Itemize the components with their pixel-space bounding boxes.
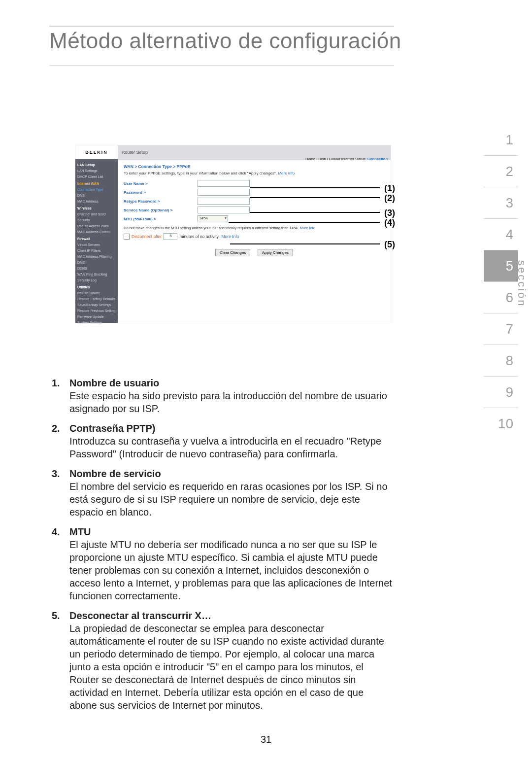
section-nav-item[interactable]: 8 [484, 345, 518, 377]
more-info-link[interactable]: More Info [278, 171, 295, 175]
router-content: WAN > Connection Type > PPPoE To enter y… [118, 160, 391, 323]
mtu-select[interactable]: 1454 [198, 215, 228, 222]
sidebar-item[interactable]: Connection Type [77, 187, 116, 193]
field-label: Service Name (Optional) > [124, 208, 198, 212]
more-info-link[interactable]: More Info [299, 226, 315, 230]
text-input[interactable] [198, 207, 250, 213]
disconnect-label: Disconnect after [132, 234, 162, 239]
sidebar-item[interactable]: Restore Factory Defaults [77, 296, 116, 302]
list-item: 3.Nombre de servicioEl nombre del servic… [52, 467, 394, 518]
intro-text: To enter your PPPoE settings, type in yo… [124, 171, 385, 175]
breadcrumb: WAN > Connection Type > PPPoE [124, 164, 385, 169]
sidebar-item[interactable]: MAC Address Filtering [77, 254, 116, 260]
section-nav-item[interactable]: 6 [484, 282, 518, 313]
list-item-text: Nombre de servicioEl nombre del servicio… [69, 467, 394, 518]
section-strip: 12345678910 [484, 124, 518, 440]
list-item: 5.Desconectar al transcurrir X…La propie… [52, 609, 394, 712]
section-nav-item[interactable]: 10 [484, 408, 518, 440]
page-title: Método alternativo de configuración [49, 29, 401, 53]
list-item-heading: Nombre de servicio [69, 467, 394, 480]
sidebar-item[interactable]: Virtual Servers [77, 242, 116, 248]
list-item-number: 4. [52, 525, 69, 602]
disconnect-checkbox[interactable] [124, 234, 130, 240]
section-label: sección [518, 260, 532, 349]
list-item-number: 1. [52, 377, 69, 415]
list-item-text: MTUEl ajuste MTU no debería ser modifica… [69, 525, 394, 602]
text-input[interactable] [198, 189, 250, 196]
page-number: 31 [0, 734, 532, 745]
sidebar-category[interactable]: Utilities [77, 284, 116, 290]
sidebar-item[interactable]: DHCP Client List [77, 174, 116, 180]
sidebar-category[interactable]: Internet WAN [77, 181, 116, 187]
sidebar-item[interactable]: Security [77, 217, 116, 223]
list-item-text: Desconectar al transcurrir X…La propieda… [69, 609, 394, 712]
sidebar-category[interactable]: Wireless [77, 206, 116, 211]
list-item-heading: Desconectar al transcurrir X… [69, 609, 394, 622]
list-item-heading: Contraseña PPTP) [69, 422, 394, 435]
mtu-note: Do not make changes to the MTU setting u… [124, 226, 326, 230]
hr-under-title [49, 65, 394, 66]
clear-changes-button[interactable]: Clear Changes [215, 249, 250, 256]
router-field-row: Service Name (Optional) > [124, 206, 385, 214]
section-nav-item[interactable]: 3 [484, 187, 518, 219]
sidebar-item[interactable]: Firmware Update [77, 314, 116, 320]
field-label: Password > [124, 190, 198, 195]
list-item-heading: MTU [69, 525, 394, 538]
section-nav-item[interactable]: 4 [484, 219, 518, 250]
router-buttons: Clear Changes Apply Changes [124, 249, 385, 256]
section-nav-item[interactable]: 2 [484, 156, 518, 187]
list-item-text: Nombre de usuario Este espacio ha sido p… [69, 377, 394, 415]
list-item: 1.Nombre de usuario Este espacio ha sido… [52, 377, 394, 415]
list-item-text: Contraseña PPTP)Introduzca su contraseña… [69, 422, 394, 460]
section-nav-item[interactable]: 1 [484, 124, 518, 156]
section-nav-item[interactable]: 5 [484, 250, 518, 282]
sidebar-item[interactable]: WAN Ping Blocking [77, 272, 116, 277]
sidebar-category[interactable]: LAN Setup [77, 162, 116, 168]
sidebar-item[interactable]: DMZ [77, 260, 116, 266]
body-text: 1.Nombre de usuario Este espacio ha sido… [52, 377, 394, 719]
list-item-number: 2. [52, 422, 69, 460]
router-field-row: Password > [124, 188, 385, 196]
router-screenshot: BELKIN Router Setup Home | Help | Logout… [75, 145, 391, 323]
sidebar-item[interactable]: Save/Backup Settings [77, 302, 116, 308]
router-field-row: Retype Password > [124, 197, 385, 205]
field-label: User Name > [124, 181, 198, 186]
disconnect-minutes-field[interactable]: 5 [164, 233, 177, 240]
sidebar-item[interactable]: DDNS [77, 266, 116, 272]
sidebar-item[interactable]: MAC Address Control [77, 229, 116, 235]
text-input[interactable] [198, 198, 250, 205]
router-field-row: MTU (550-1500) >1454 [124, 215, 385, 223]
sidebar-item[interactable]: DNS [77, 193, 116, 199]
list-item-heading: Nombre de usuario [69, 377, 394, 389]
sidebar-category[interactable]: Firewall [77, 236, 116, 242]
sidebar-item[interactable]: Use as Access Point [77, 223, 116, 229]
disconnect-tail: minutes of no activity. [179, 234, 219, 239]
disconnect-row: Disconnect after 5 minutes of no activit… [124, 233, 385, 240]
field-label: Retype Password > [124, 199, 198, 204]
apply-changes-button[interactable]: Apply Changes [258, 249, 293, 256]
list-item: 2.Contraseña PPTP)Introduzca su contrase… [52, 422, 394, 460]
sidebar-item[interactable]: Client IP Filters [77, 248, 116, 254]
router-sidebar: LAN SetupLAN SettingsDHCP Client ListInt… [75, 159, 118, 323]
field-label: MTU (550-1500) > [124, 217, 198, 221]
text-input[interactable] [198, 180, 250, 187]
router-fields: User Name >Password >Retype Password >Se… [124, 179, 385, 223]
sidebar-item[interactable]: LAN Settings [77, 168, 116, 174]
sidebar-item[interactable]: Restore Previous Settings [77, 308, 116, 314]
sidebar-item[interactable]: MAC Address [77, 199, 116, 205]
sidebar-item[interactable]: Channel and SSID [77, 211, 116, 217]
hr-top [49, 26, 394, 27]
router-header: Router Setup Home | Help | Logout Intern… [118, 145, 391, 160]
brand-logo: BELKIN [75, 145, 118, 159]
router-field-row: User Name > [124, 179, 385, 187]
document-page: Método alternativo de configuración 1234… [0, 0, 532, 760]
more-info-link[interactable]: More Info [222, 234, 239, 239]
router-title: Router Setup [122, 150, 148, 155]
sidebar-item[interactable]: System Settings [77, 320, 116, 326]
list-item-number: 5. [52, 609, 69, 712]
sidebar-item[interactable]: Security Log [77, 277, 116, 283]
list-item: 4.MTUEl ajuste MTU no debería ser modifi… [52, 525, 394, 602]
section-nav-item[interactable]: 7 [484, 313, 518, 345]
sidebar-item[interactable]: Restart Router [77, 290, 116, 296]
section-nav-item[interactable]: 9 [484, 377, 518, 408]
